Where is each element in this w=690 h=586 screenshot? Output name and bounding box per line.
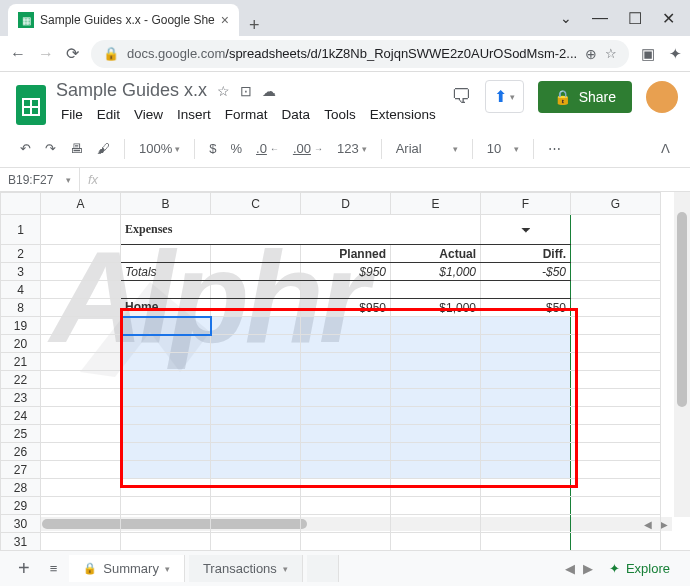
cell[interactable] — [301, 407, 391, 425]
percent-button[interactable]: % — [226, 137, 246, 160]
account-avatar[interactable] — [646, 81, 678, 113]
cell[interactable] — [481, 425, 571, 443]
more-toolbar-icon[interactable]: ⋯ — [544, 137, 565, 160]
cell[interactable] — [211, 533, 301, 551]
expenses-heading[interactable]: Expenses — [121, 215, 481, 245]
cell[interactable] — [41, 479, 121, 497]
cell[interactable] — [121, 425, 211, 443]
chevron-down-icon[interactable]: ⌄ — [560, 10, 572, 26]
reload-icon[interactable]: ⟳ — [66, 44, 79, 63]
cell[interactable] — [301, 335, 391, 353]
undo-icon[interactable]: ↶ — [16, 137, 35, 160]
cell[interactable] — [41, 497, 121, 515]
select-all-corner[interactable] — [1, 193, 41, 215]
menu-insert[interactable]: Insert — [172, 105, 216, 124]
cell[interactable] — [571, 281, 661, 299]
name-box[interactable]: B19:F27 ▾ — [0, 168, 80, 191]
cell[interactable] — [391, 281, 481, 299]
zoom-select[interactable]: 100%▾ — [135, 137, 184, 160]
cell[interactable] — [41, 533, 121, 551]
cell[interactable] — [211, 497, 301, 515]
cell[interactable] — [301, 389, 391, 407]
collapse-toolbar-icon[interactable]: ᐱ — [657, 137, 674, 160]
cell[interactable] — [301, 497, 391, 515]
row-header[interactable]: 20 — [1, 335, 41, 353]
row-header[interactable]: 24 — [1, 407, 41, 425]
menu-format[interactable]: Format — [220, 105, 273, 124]
cell[interactable] — [571, 317, 661, 335]
cell[interactable] — [571, 479, 661, 497]
present-button[interactable]: ⬆ ▾ — [485, 80, 524, 113]
grid[interactable]: A B C D E F G 1 Expenses ⏷ 2 Planned Act… — [0, 192, 661, 551]
cell[interactable] — [481, 515, 571, 533]
cell[interactable] — [121, 497, 211, 515]
row-header[interactable]: 8 — [1, 299, 41, 317]
cell[interactable] — [301, 317, 391, 335]
cell[interactable] — [571, 497, 661, 515]
sheets-logo[interactable] — [16, 80, 46, 130]
cell[interactable] — [121, 335, 211, 353]
cell[interactable] — [301, 371, 391, 389]
cell[interactable] — [481, 443, 571, 461]
cell[interactable] — [121, 443, 211, 461]
cell[interactable] — [391, 497, 481, 515]
totals-label[interactable]: Totals — [121, 263, 211, 281]
url-bar[interactable]: 🔒 docs.google.com/spreadsheets/d/1kZ8Nb_… — [91, 40, 629, 68]
cell[interactable] — [41, 425, 121, 443]
header-diff[interactable]: Diff. — [481, 245, 571, 263]
header-actual[interactable]: Actual — [391, 245, 481, 263]
col-header-g[interactable]: G — [571, 193, 661, 215]
cell[interactable] — [391, 317, 481, 335]
cell[interactable] — [121, 281, 211, 299]
cell[interactable] — [41, 353, 121, 371]
decrease-decimal-button[interactable]: .0← — [252, 137, 283, 160]
cell[interactable] — [391, 461, 481, 479]
cell[interactable] — [571, 371, 661, 389]
redo-icon[interactable]: ↷ — [41, 137, 60, 160]
cell[interactable] — [211, 515, 301, 533]
cell[interactable] — [571, 443, 661, 461]
cell[interactable] — [41, 371, 121, 389]
cell[interactable] — [211, 461, 301, 479]
menu-edit[interactable]: Edit — [92, 105, 125, 124]
cell[interactable] — [571, 263, 661, 281]
cell[interactable] — [301, 353, 391, 371]
cell[interactable] — [211, 425, 301, 443]
col-header-b[interactable]: B — [121, 193, 211, 215]
increase-decimal-button[interactable]: .00→ — [289, 137, 327, 160]
cell[interactable] — [41, 317, 121, 335]
cell[interactable] — [571, 389, 661, 407]
sheet-tab-transactions[interactable]: Transactions ▾ — [189, 555, 303, 582]
close-tab-icon[interactable]: × — [221, 12, 229, 28]
col-header-a[interactable]: A — [41, 193, 121, 215]
cell[interactable] — [571, 533, 661, 551]
close-window-icon[interactable]: ✕ — [662, 9, 675, 28]
row-header[interactable]: 3 — [1, 263, 41, 281]
row-header[interactable]: 19 — [1, 317, 41, 335]
totals-planned[interactable]: $950 — [301, 263, 391, 281]
comments-icon[interactable]: 🗨 — [451, 85, 471, 108]
cell[interactable] — [391, 389, 481, 407]
cell[interactable] — [121, 407, 211, 425]
row-header[interactable]: 2 — [1, 245, 41, 263]
back-icon[interactable]: ← — [10, 45, 26, 63]
cell[interactable] — [41, 515, 121, 533]
row-header[interactable]: 28 — [1, 479, 41, 497]
maximize-icon[interactable]: ☐ — [628, 9, 642, 28]
cell[interactable] — [571, 515, 661, 533]
cell[interactable] — [571, 335, 661, 353]
cell[interactable] — [211, 479, 301, 497]
cell[interactable] — [121, 245, 211, 263]
row-header[interactable]: 30 — [1, 515, 41, 533]
cell[interactable] — [571, 425, 661, 443]
cell[interactable] — [211, 407, 301, 425]
cell[interactable] — [41, 245, 121, 263]
menu-tools[interactable]: Tools — [319, 105, 361, 124]
forward-icon[interactable]: → — [38, 45, 54, 63]
move-icon[interactable]: ⊡ — [240, 83, 252, 99]
cell[interactable] — [391, 443, 481, 461]
search-lens-icon[interactable]: ⊕ — [585, 46, 597, 62]
cell[interactable] — [301, 443, 391, 461]
cell[interactable] — [571, 407, 661, 425]
col-header-d[interactable]: D — [301, 193, 391, 215]
